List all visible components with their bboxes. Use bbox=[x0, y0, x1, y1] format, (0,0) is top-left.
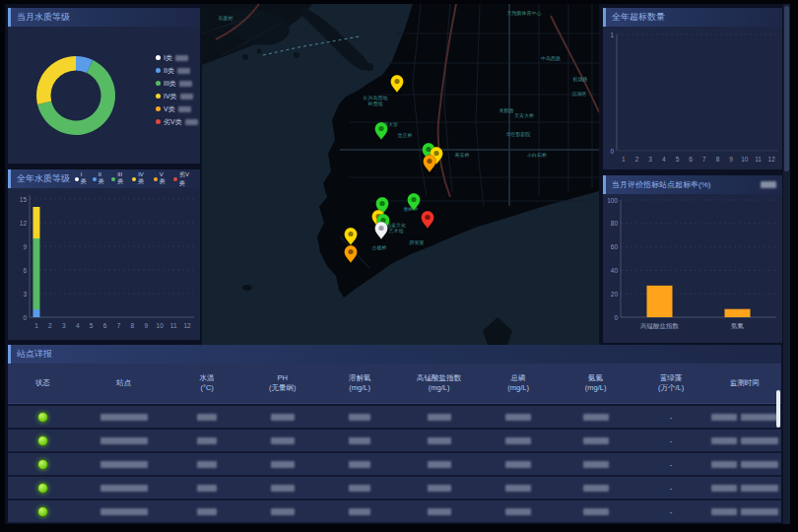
svg-text:6: 6 bbox=[23, 267, 27, 274]
legend-dot bbox=[173, 177, 177, 181]
value-cell-blurred bbox=[321, 508, 399, 515]
map-place-label: 天安大桥 bbox=[514, 112, 534, 118]
value-cell-blurred bbox=[557, 414, 634, 421]
legend-item[interactable]: 劣V类 bbox=[173, 170, 194, 188]
table-row[interactable]: - bbox=[8, 500, 781, 522]
legend-item[interactable]: 劣V类 bbox=[156, 115, 198, 128]
column-header-10: 监测时间 bbox=[707, 378, 781, 388]
value-cell-blurred bbox=[480, 414, 558, 421]
city-map[interactable]: 石度村天翔新体育中心中岛西路滨湖区机场路天安大桥小白石桥吴郡路华臣影剧院寿安桥辽… bbox=[202, 4, 599, 345]
table-row[interactable]: - bbox=[8, 477, 781, 499]
empty-value-cell: - bbox=[634, 484, 708, 493]
map-place-label: 薛家里 bbox=[410, 239, 425, 245]
svg-text:1: 1 bbox=[622, 156, 626, 163]
svg-text:0: 0 bbox=[610, 148, 614, 155]
svg-text:10: 10 bbox=[741, 156, 749, 163]
map-place-label: 小白石桥 bbox=[527, 152, 547, 159]
column-header-4: PH(无量纲) bbox=[243, 373, 321, 393]
map-place-label: 吴郡路 bbox=[499, 107, 514, 114]
panel-title-bar: 站点详报 bbox=[8, 345, 781, 364]
page-scrollbar[interactable] bbox=[783, 4, 790, 524]
legend-item[interactable]: II类 bbox=[156, 64, 198, 77]
stacked-bar-segment-IV类 bbox=[33, 207, 39, 238]
svg-text:0: 0 bbox=[23, 314, 27, 321]
empty-value-cell: - bbox=[634, 507, 708, 516]
svg-text:12: 12 bbox=[20, 220, 28, 227]
page-scrollbar-thumb[interactable] bbox=[784, 6, 789, 171]
legend-item[interactable]: III类 bbox=[111, 171, 127, 186]
legend-item[interactable]: IV类 bbox=[132, 171, 149, 186]
panel-station-table: 站点详报 状态站点水温(°C)PH(无量纲)溶解氧(mg/L)高锰酸盐指数(mg… bbox=[8, 345, 781, 523]
panel-title: 站点详报 bbox=[17, 348, 52, 361]
value-cell-blurred bbox=[398, 461, 479, 468]
rate-bar-高锰酸盐指数 bbox=[647, 286, 673, 317]
legend-item[interactable]: IV类 bbox=[156, 90, 198, 102]
table-row[interactable]: - bbox=[8, 430, 781, 451]
value-cell-blurred bbox=[170, 508, 244, 515]
svg-text:4: 4 bbox=[76, 322, 80, 329]
table-scrollbar-thumb[interactable] bbox=[776, 390, 780, 428]
table-row[interactable]: - bbox=[8, 406, 781, 428]
value-cell-blurred bbox=[480, 508, 558, 515]
panel-title: 当月水质等级 bbox=[17, 11, 70, 24]
legend-item[interactable]: V类 bbox=[154, 171, 168, 186]
legend-item[interactable]: II类 bbox=[93, 171, 106, 186]
legend-item[interactable]: I类 bbox=[156, 51, 198, 64]
legend-value-blurred bbox=[185, 119, 198, 125]
svg-text:8: 8 bbox=[131, 322, 135, 329]
svg-text:60: 60 bbox=[611, 243, 619, 250]
donut-slice-IV类 bbox=[36, 56, 76, 104]
legend-label: IV类 bbox=[164, 92, 177, 101]
svg-text:9: 9 bbox=[729, 156, 733, 163]
map-place-label: 北正桥 bbox=[398, 132, 413, 139]
map-place-label: 滨湖区 bbox=[572, 91, 587, 98]
panel-title-bar: 全年超标数量 bbox=[603, 8, 782, 27]
time-cell-blurred bbox=[707, 485, 781, 492]
legend-label: II类 bbox=[164, 66, 174, 76]
legend-item[interactable]: III类 bbox=[156, 77, 198, 90]
time-cell-blurred bbox=[707, 437, 781, 444]
svg-text:15: 15 bbox=[20, 196, 28, 203]
map-place-label: 中岛西路 bbox=[541, 55, 561, 62]
legend-item[interactable]: V类 bbox=[156, 102, 198, 115]
status-indicator bbox=[37, 459, 48, 470]
svg-text:1: 1 bbox=[610, 32, 614, 38]
table-row[interactable]: - bbox=[8, 453, 781, 475]
status-cell bbox=[8, 459, 78, 470]
status-indicator bbox=[37, 483, 48, 494]
legend-item[interactable]: I类 bbox=[75, 171, 88, 186]
svg-text:2: 2 bbox=[48, 322, 52, 329]
legend-label: 劣V类 bbox=[179, 170, 194, 188]
legend-dot bbox=[156, 106, 161, 111]
svg-text:11: 11 bbox=[170, 322, 177, 329]
map-panel[interactable]: 石度村天翔新体育中心中岛西路滨湖区机场路天安大桥小白石桥吴郡路华臣影剧院寿安桥辽… bbox=[202, 4, 599, 345]
value-cell-blurred bbox=[78, 508, 170, 515]
value-cell-blurred bbox=[78, 461, 170, 468]
exceed-rate-chart: 020406080100高锰酸盐指数氨氮 bbox=[603, 194, 782, 343]
legend-label: V类 bbox=[160, 171, 168, 186]
legend-label: III类 bbox=[164, 79, 176, 89]
column-header-2: 站点 bbox=[78, 378, 170, 388]
svg-text:高锰酸盐指数: 高锰酸盐指数 bbox=[640, 322, 680, 330]
column-header-6: 高锰酸盐指数(mg/L) bbox=[398, 373, 479, 393]
svg-text:7: 7 bbox=[117, 322, 121, 329]
annual-exceed-chart: 10123456789101112 bbox=[603, 27, 782, 169]
legend-value-blurred bbox=[177, 68, 190, 74]
dashboard-root: 当月水质等级 I类II类III类IV类V类劣V类 全年水质等级 I类II类III… bbox=[0, 0, 798, 532]
legend-dot bbox=[154, 177, 158, 181]
svg-text:2: 2 bbox=[635, 156, 639, 163]
value-cell-blurred bbox=[321, 437, 399, 444]
svg-text:5: 5 bbox=[90, 322, 94, 329]
redacted-badge bbox=[761, 181, 776, 188]
svg-text:3: 3 bbox=[23, 291, 27, 298]
svg-text:12: 12 bbox=[768, 156, 776, 163]
svg-text:3: 3 bbox=[648, 156, 652, 163]
panel-annual-exceed: 全年超标数量 10123456789101112 bbox=[603, 8, 782, 169]
panel-title-bar: 当月评价指标站点超标率(%) bbox=[603, 175, 782, 194]
value-cell-blurred bbox=[170, 437, 244, 444]
svg-text:5: 5 bbox=[676, 156, 680, 163]
column-header-7: 总磷(mg/L) bbox=[480, 373, 558, 393]
map-place-label: 机场路 bbox=[573, 76, 588, 83]
value-cell-blurred bbox=[243, 414, 321, 421]
value-cell-blurred bbox=[243, 508, 321, 515]
